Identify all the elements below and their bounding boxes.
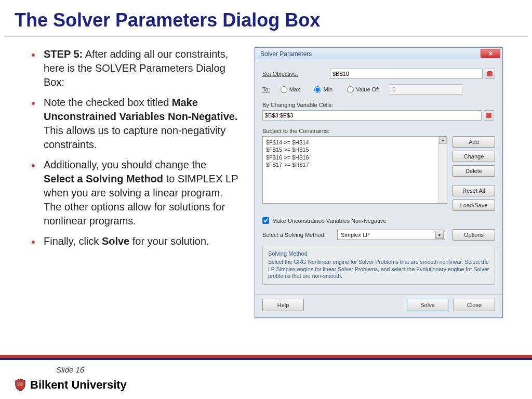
load-save-button[interactable]: Load/Save [453,200,495,211]
changing-row [262,110,495,121]
radio-min[interactable]: Min [314,86,332,93]
bullet-list: STEP 5: After adding all our constraints… [31,47,239,248]
to-label: To: [262,86,270,92]
to-row: To: Max Min Value Of: [262,84,495,95]
constraint-row[interactable]: $F$16 >= $H$16 [266,154,444,161]
close-dialog-button[interactable]: Close [454,299,495,311]
chevron-down-icon: ▼ [435,231,444,239]
description-box: Solving Method Select the GRG Nonlinear … [262,246,495,285]
shield-icon [15,378,26,392]
bullet-4-strong: Solve [102,235,129,247]
bullet-3: Additionally, you should change the Sele… [31,158,239,228]
dialog-body: Set Objective: To: Max Min Value Of: By … [255,60,502,294]
bullet-4-pre: Finally, click [44,235,102,247]
set-objective-input[interactable] [330,69,483,79]
help-button[interactable]: Help [262,299,304,311]
method-select[interactable]: Simplex LP ▼ [337,230,445,240]
close-icon: ✕ [488,50,493,57]
radio-valueof[interactable]: Value Of: [347,86,379,93]
radio-min-label: Min [323,86,332,92]
radio-max[interactable]: Max [281,86,300,93]
constraint-row[interactable]: $F$17 >= $H$17 [266,161,444,168]
method-value: Simplex LP [341,232,370,238]
method-row: Select a Solving Method: Simplex LP ▼ Op… [262,229,495,241]
delete-button[interactable]: Delete [453,165,495,177]
description-text: Select the GRG Nonlinear engine for Solv… [268,259,489,280]
radio-valueof-input[interactable] [347,86,354,93]
bullet-2-rest: This allows us to capture non-negativity… [44,125,225,150]
slide-title: The Solver Parameters Dialog Box [0,0,532,36]
solve-button[interactable]: Solve [407,299,448,311]
dialog-footer: Help Solve Close [255,294,502,317]
radio-min-input[interactable] [314,86,321,93]
changing-label: By Changing Variable Cells: [262,102,495,108]
change-button[interactable]: Change [453,151,495,162]
footer-right: Solve Close [407,299,495,311]
changing-ref-button[interactable] [484,110,494,121]
options-button[interactable]: Options [453,229,495,241]
bullet-2-pre: Note the checked box titled [44,97,172,108]
method-label: Select a Solving Method: [262,232,330,238]
set-objective-label: Set Objective: [262,71,330,77]
objective-row: Set Objective: [262,69,495,79]
bullet-4-rest: for your solution. [129,235,209,247]
content-area: STEP 5: After adding all our constraints… [0,37,532,318]
add-button[interactable]: Add [453,136,495,148]
bullet-1-strong: STEP 5: [44,48,83,60]
bullet-4: Finally, click Solve for your solution. [31,234,239,248]
ref-icon [487,71,493,76]
valueof-input[interactable] [390,84,462,95]
constraints-listbox[interactable]: $F$14 >= $H$14 $F$15 >= $H$15 $F$16 >= $… [262,136,447,204]
slide-number: Slide 16 [0,360,532,378]
non-negative-label: Make Unconstrained Variables Non-Negativ… [272,218,386,224]
dialog-title: Solver Parameters [260,50,312,58]
objective-ref-button[interactable] [485,69,495,79]
radio-valueof-label: Value Of: [356,86,379,92]
constraint-row[interactable]: $F$15 >= $H$15 [266,146,444,153]
dialog-column: Solver Parameters ✕ Set Objective: To: M… [249,47,527,318]
non-negative-checkbox-row[interactable]: Make Unconstrained Variables Non-Negativ… [262,217,495,224]
constraints-label: Subject to the Constraints: [262,128,495,134]
bullet-column: STEP 5: After adding all our constraints… [31,47,249,318]
solver-dialog: Solver Parameters ✕ Set Objective: To: M… [255,47,503,318]
constraint-row[interactable]: $F$14 >= $H$14 [266,139,444,146]
reset-all-button[interactable]: Reset All [453,185,495,196]
non-negative-checkbox[interactable] [262,217,269,224]
scrollbar[interactable]: ▲ [438,137,447,203]
university-name: Bilkent University [30,378,127,392]
bullet-3-pre: Additionally, you should change the [44,159,206,170]
bullet-2: Note the checked box titled Make Unconst… [31,96,239,152]
university-row: Bilkent University [0,378,532,399]
radio-group: Max Min Value Of: [281,86,380,93]
close-button[interactable]: ✕ [481,49,500,58]
slide-footer: Slide 16 Bilkent University [0,355,532,399]
bullet-3-strong: Select a Solving Method [44,173,163,184]
description-title: Solving Method [268,250,489,257]
bullet-1: STEP 5: After adding all our constraints… [31,47,239,89]
constraint-buttons: Add Change Delete Reset All Load/Save [453,136,495,211]
constraints-area: $F$14 >= $H$14 $F$15 >= $H$15 $F$16 >= $… [262,136,495,211]
radio-max-input[interactable] [281,86,287,93]
scroll-up-icon[interactable]: ▲ [439,137,447,144]
dialog-titlebar[interactable]: Solver Parameters ✕ [255,48,502,60]
ref-icon [486,113,491,118]
changing-input[interactable] [262,110,482,121]
radio-max-label: Max [289,86,300,92]
